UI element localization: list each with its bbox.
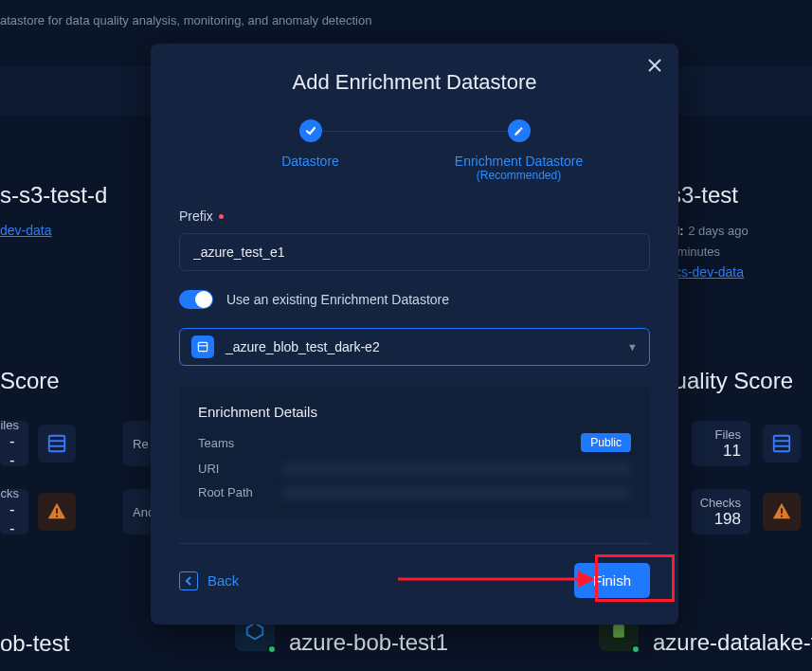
svg-rect-3: [56, 508, 58, 514]
status-dot-online: [631, 644, 641, 654]
page-subtitle: atastore for data quality analysis, moni…: [0, 13, 371, 27]
stat-value: --: [9, 432, 19, 470]
score-header-right: uality Score: [675, 368, 793, 394]
step-label: Enrichment Datastore: [455, 154, 583, 169]
svg-rect-9: [781, 516, 783, 517]
prefix-input[interactable]: [179, 233, 650, 271]
select-value: _azure_blob_test_dark-e2: [226, 339, 616, 354]
status-dot-online: [267, 644, 277, 654]
card-title: azure-datalake-t: [653, 629, 812, 656]
svg-rect-4: [56, 516, 58, 517]
svg-rect-11: [613, 625, 624, 637]
warning-icon: [46, 501, 67, 522]
required-indicator: [219, 214, 224, 219]
stat-label: cks: [1, 486, 20, 500]
svg-rect-14: [198, 342, 207, 351]
stat-value: 11: [723, 442, 741, 461]
step-enrichment[interactable]: Enrichment Datastore (Recommended): [415, 119, 623, 182]
redacted-value: [283, 486, 631, 499]
stat-label: Files: [715, 427, 741, 442]
modal-title: Add Enrichment Datastore: [179, 70, 650, 95]
close-icon: [648, 59, 661, 72]
stat-label: Ano: [133, 505, 142, 519]
stat-label: iles: [0, 418, 19, 432]
svg-rect-5: [774, 436, 790, 452]
svg-rect-0: [49, 436, 65, 452]
stat-label: Re: [133, 437, 142, 451]
prefix-label: Prefix: [179, 209, 650, 224]
use-existing-toggle[interactable]: [179, 290, 213, 309]
svg-rect-8: [781, 508, 783, 514]
step-sublabel: (Recommended): [477, 169, 561, 182]
database-icon: [771, 433, 792, 454]
details-key-root: Root Path: [198, 485, 283, 499]
check-icon: [305, 125, 316, 136]
close-button[interactable]: [648, 57, 661, 77]
chevron-left-icon: [179, 571, 198, 590]
stepper: Datastore Enrichment Datastore (Recommen…: [179, 119, 650, 182]
card-title: ob-test: [0, 630, 69, 657]
step-label: Datastore: [281, 154, 339, 169]
svg-marker-10: [247, 624, 263, 640]
add-enrichment-modal: Add Enrichment Datastore Datastore Enric…: [151, 44, 678, 625]
pencil-icon: [514, 126, 524, 136]
divider: [179, 543, 650, 544]
stat-value: 198: [714, 510, 741, 529]
database-icon: [46, 433, 67, 454]
card-title: azure-bob-test1: [289, 629, 448, 656]
stat-label: Checks: [700, 496, 741, 510]
card-link-left[interactable]: dev-data: [0, 223, 51, 238]
back-label: Back: [208, 572, 239, 589]
warning-icon: [771, 501, 792, 522]
stat-value: --: [9, 500, 19, 538]
card-title-left: s-s3-test-d: [0, 182, 107, 209]
details-title: Enrichment Details: [198, 404, 631, 420]
meta-value: 2 days ago: [688, 224, 749, 238]
enrichment-select[interactable]: _azure_blob_test_dark-e2 ▼: [179, 328, 650, 366]
score-header-left: Score: [0, 368, 60, 394]
enrichment-details-panel: Enrichment Details Teams Public URI Root…: [179, 387, 650, 518]
storage-icon: [196, 340, 209, 354]
finish-button[interactable]: Finish: [574, 563, 650, 598]
datastore-icon: [609, 622, 628, 641]
back-button[interactable]: Back: [179, 571, 239, 590]
public-badge: Public: [581, 433, 631, 452]
redacted-value: [283, 462, 631, 476]
chevron-down-icon: ▼: [627, 341, 638, 353]
details-key-teams: Teams: [198, 436, 283, 450]
toggle-label: Use an existing Enrichment Datastore: [226, 292, 449, 307]
step-datastore[interactable]: Datastore: [207, 119, 415, 169]
details-key-uri: URI: [198, 462, 283, 476]
